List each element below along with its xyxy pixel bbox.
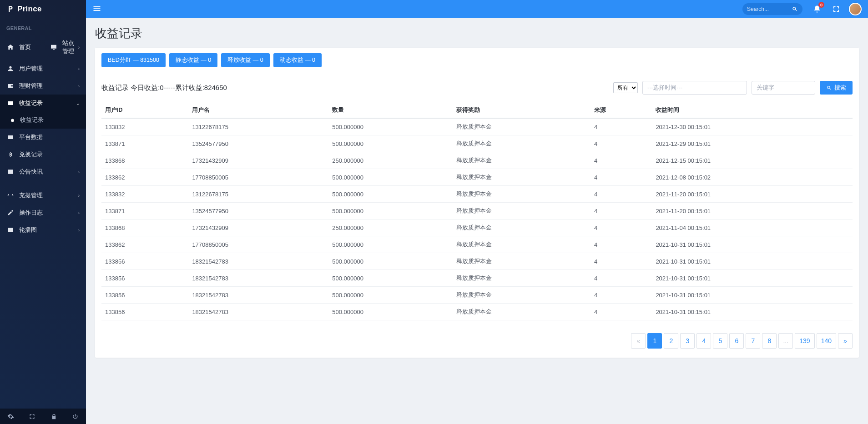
- notifications-button[interactable]: 0: [811, 3, 823, 15]
- chevron-right-icon: ›: [78, 193, 80, 198]
- table-row[interactable]: 13385618321542783500.000000释放质押本金42021-1…: [101, 270, 853, 287]
- footer-power-button[interactable]: [65, 409, 86, 424]
- table-cell: 2021-12-30 00:15:01: [652, 118, 853, 135]
- table-cell: 4: [590, 203, 652, 219]
- sidebar-item-finance[interactable]: 理财管理 ›: [0, 77, 86, 95]
- page-number-button[interactable]: 139: [795, 333, 814, 349]
- table-cell: 4: [590, 253, 652, 270]
- table-cell: 释放质押本金: [453, 236, 590, 253]
- table-cell: 释放质押本金: [453, 304, 590, 320]
- page-number-button[interactable]: 5: [713, 333, 727, 349]
- table-row[interactable]: 13386817321432909250.000000释放质押本金42021-1…: [101, 219, 853, 236]
- sidebar-item-label: 充提管理: [19, 191, 43, 200]
- table-row[interactable]: 13385618321542783500.000000释放质押本金42021-1…: [101, 287, 853, 304]
- sidebar-item-exchange[interactable]: 兑换记录: [0, 146, 86, 163]
- page-number-button[interactable]: 7: [746, 333, 760, 349]
- sidebar-item-platformdata[interactable]: 平台数据: [0, 129, 86, 146]
- sidebar-item-revenue[interactable]: 收益记录 ⌄: [0, 95, 86, 112]
- sidebar-item-label: 公告快讯: [19, 168, 43, 176]
- table-row[interactable]: 13386217708850005500.000000释放质押本金42021-1…: [101, 169, 853, 186]
- global-search[interactable]: [742, 3, 802, 15]
- table-cell: 500.000000: [328, 236, 453, 253]
- page-prev-button[interactable]: «: [631, 333, 646, 349]
- page-number-button[interactable]: 6: [729, 333, 744, 349]
- page-title: 收益记录: [95, 25, 859, 41]
- sidebar-subitem-revenue-records[interactable]: 收益记录: [0, 112, 86, 129]
- chevron-right-icon: ›: [78, 228, 80, 233]
- chevron-right-icon: ›: [78, 210, 80, 215]
- sidebar-item-user[interactable]: 用户管理 ›: [0, 60, 86, 77]
- window-icon: [6, 168, 15, 176]
- summary-text: 收益记录 今日收益:0-----累计收益:824650: [101, 84, 227, 92]
- page-next-button[interactable]: »: [838, 333, 853, 349]
- cash-icon: [6, 99, 15, 107]
- page-ellipsis: ...: [778, 333, 793, 349]
- date-input[interactable]: [642, 81, 747, 95]
- footer-lock-button[interactable]: [43, 409, 65, 424]
- table-cell: 133871: [101, 203, 188, 219]
- table-cell: 18321542783: [188, 270, 328, 287]
- footer-settings-button[interactable]: [0, 409, 21, 424]
- table-cell: 133856: [101, 287, 188, 304]
- page-number-button[interactable]: 140: [817, 333, 836, 349]
- gear-icon: [7, 413, 14, 420]
- hamburger-button[interactable]: [92, 4, 101, 15]
- table-row[interactable]: 13385618321542783500.000000释放质押本金42021-1…: [101, 304, 853, 320]
- user-avatar[interactable]: [849, 3, 862, 15]
- sidebar-item-notice[interactable]: 公告快讯 ›: [0, 163, 86, 180]
- app-logo[interactable]: Prince: [0, 0, 86, 18]
- sidebar-item-recharge[interactable]: 充提管理 ›: [0, 187, 86, 204]
- pill-tab[interactable]: 动态收益 — 0: [273, 53, 322, 67]
- filter-select[interactable]: 所有: [613, 82, 638, 93]
- table-cell: 2021-11-04 00:15:01: [652, 219, 853, 236]
- table-cell: 500.000000: [328, 304, 453, 320]
- table-row[interactable]: 13386817321432909250.000000释放质押本金42021-1…: [101, 152, 853, 169]
- page-number-button[interactable]: 8: [762, 333, 777, 349]
- table-row[interactable]: 13387113524577950500.000000释放质押本金42021-1…: [101, 135, 853, 152]
- table-cell: 释放质押本金: [453, 203, 590, 219]
- page-number-button[interactable]: 2: [664, 333, 678, 349]
- fullscreen-button[interactable]: [830, 3, 843, 15]
- sidebar-item-home[interactable]: 首页: [0, 35, 43, 60]
- edit-icon: [6, 209, 15, 217]
- sidebar-item-carousel[interactable]: 轮播图 ›: [0, 221, 86, 239]
- table-cell: 500.000000: [328, 203, 453, 219]
- table-cell: 4: [590, 219, 652, 236]
- table-cell: 17321432909: [188, 219, 328, 236]
- table-cell: 133868: [101, 219, 188, 236]
- pill-tab[interactable]: BED分红 — 831500: [101, 53, 166, 67]
- toolbar: 收益记录 今日收益:0-----累计收益:824650 所有 搜索: [101, 81, 853, 95]
- table-row[interactable]: 13385618321542783500.000000释放质押本金42021-1…: [101, 253, 853, 270]
- search-icon: [792, 6, 798, 12]
- table-cell: 500.000000: [328, 169, 453, 186]
- sidebar-item-label: 站点管理: [62, 39, 78, 55]
- search-button[interactable]: 搜索: [820, 81, 853, 95]
- search-button-label: 搜索: [834, 84, 846, 92]
- sidebar-item-site[interactable]: 站点管理 ›: [43, 35, 86, 60]
- page-number-button[interactable]: 3: [680, 333, 695, 349]
- fullscreen-icon: [832, 5, 840, 13]
- pill-tab[interactable]: 静态收益 — 0: [169, 53, 217, 67]
- table-cell: 18321542783: [188, 253, 328, 270]
- sidebar-item-oplog[interactable]: 操作日志 ›: [0, 204, 86, 221]
- table-row[interactable]: 13383213122678175500.000000释放质押本金42021-1…: [101, 186, 853, 203]
- table-row[interactable]: 13387113524577950500.000000释放质押本金42021-1…: [101, 203, 853, 219]
- scale-icon: [6, 191, 15, 200]
- pill-tab[interactable]: 释放收益 — 0: [221, 53, 269, 67]
- sidebar-item-label: 理财管理: [19, 82, 43, 90]
- page-number-button[interactable]: 4: [696, 333, 711, 349]
- footer-fullscreen-button[interactable]: [21, 409, 43, 424]
- sidebar-item-label: 收益记录: [19, 99, 43, 107]
- column-header: 用户ID: [101, 103, 188, 118]
- table-cell: 133832: [101, 118, 188, 135]
- table-cell: 4: [590, 236, 652, 253]
- table-row[interactable]: 13383213122678175500.000000释放质押本金42021-1…: [101, 118, 853, 135]
- home-icon: [6, 43, 15, 51]
- table-cell: 4: [590, 135, 652, 152]
- table-row[interactable]: 13386217708850005500.000000释放质押本金42021-1…: [101, 236, 853, 253]
- search-input[interactable]: [747, 6, 788, 12]
- keyword-input[interactable]: [752, 81, 815, 95]
- page-number-button[interactable]: 1: [647, 333, 662, 349]
- column-header: 数量: [328, 103, 453, 118]
- sidebar: Prince GENERAL 首页 站点管理 › 用户管理 ›: [0, 0, 86, 424]
